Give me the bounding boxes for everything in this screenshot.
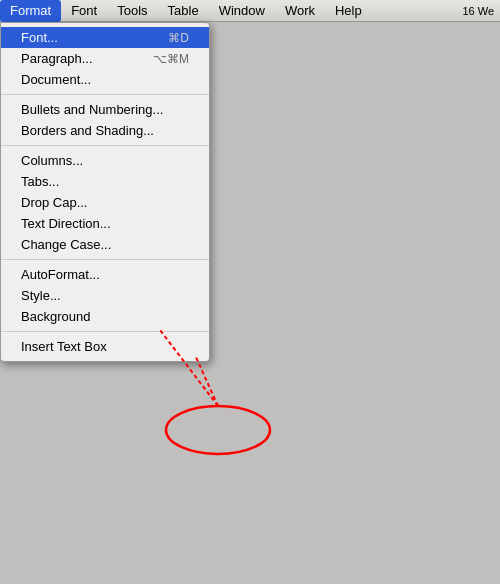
menu-item-background[interactable]: Background [1,306,209,327]
menu-item-change-case[interactable]: Change Case... [1,234,209,255]
menu-item-style[interactable]: Style... [1,285,209,306]
menu-item-insert-text-box[interactable]: Insert Text Box [1,336,209,357]
menubar-right: 16 We [462,5,500,17]
menubar: Format Font Tools Table Window Work Help… [0,0,500,22]
separator-3 [1,259,209,260]
menubar-item-table[interactable]: Table [158,0,209,22]
menu-item-document[interactable]: Document... [1,69,209,90]
format-dropdown-menu: Font... ⌘D Paragraph... ⌥⌘M Document... … [0,22,210,362]
menubar-item-tools[interactable]: Tools [107,0,157,22]
menu-item-font[interactable]: Font... ⌘D [1,27,209,48]
menu-item-tabs[interactable]: Tabs... [1,171,209,192]
separator-4 [1,331,209,332]
menu-item-columns[interactable]: Columns... [1,150,209,171]
menu-item-bullets[interactable]: Bullets and Numbering... [1,99,209,120]
separator-2 [1,145,209,146]
menubar-item-help[interactable]: Help [325,0,372,22]
menubar-item-work[interactable]: Work [275,0,325,22]
menu-item-autoformat[interactable]: AutoFormat... [1,264,209,285]
menu-item-paragraph[interactable]: Paragraph... ⌥⌘M [1,48,209,69]
menubar-item-window[interactable]: Window [209,0,275,22]
menubar-item-font[interactable]: Font [61,0,107,22]
separator-1 [1,94,209,95]
menubar-item-format[interactable]: Format [0,0,61,22]
menu-item-text-direction[interactable]: Text Direction... [1,213,209,234]
menu-item-dropcap[interactable]: Drop Cap... [1,192,209,213]
menu-item-borders[interactable]: Borders and Shading... [1,120,209,141]
